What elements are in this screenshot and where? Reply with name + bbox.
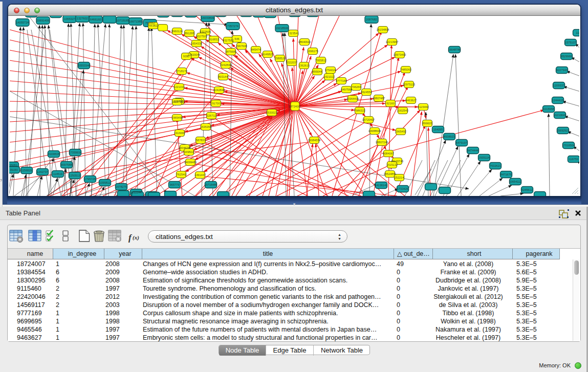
- svg-text:7357274: 7357274: [227, 25, 238, 28]
- svg-text:8938923: 8938923: [444, 135, 455, 138]
- svg-text:62160: 62160: [386, 102, 395, 105]
- svg-text:891295: 891295: [185, 32, 194, 35]
- svg-text:9777169: 9777169: [336, 79, 347, 82]
- svg-text:1232344: 1232344: [130, 191, 142, 194]
- svg-text:1065327: 1065327: [64, 17, 75, 20]
- svg-text:15716485: 15716485: [205, 183, 217, 186]
- svg-text:7955812: 7955812: [315, 59, 326, 62]
- svg-text:116753: 116753: [569, 158, 578, 161]
- svg-text:1362615: 1362615: [298, 64, 310, 67]
- svg-text:10688609: 10688609: [368, 129, 381, 133]
- svg-text:9242848: 9242848: [213, 89, 225, 92]
- svg-text:14055724: 14055724: [16, 21, 29, 24]
- svg-text:965779: 965779: [170, 183, 180, 186]
- svg-text:1654338: 1654338: [191, 42, 202, 45]
- svg-text:1965498: 1965498: [171, 116, 183, 119]
- svg-text:9390: 9390: [183, 55, 189, 58]
- svg-text:803144: 803144: [219, 75, 228, 78]
- svg-text:20553346: 20553346: [78, 64, 91, 67]
- svg-text:20691406: 20691406: [37, 19, 50, 22]
- svg-text:9115460: 9115460: [418, 105, 428, 108]
- svg-text:7663822: 7663822: [147, 24, 159, 27]
- svg-text:2935114: 2935114: [478, 156, 489, 159]
- svg-text:762540: 762540: [177, 173, 186, 176]
- svg-text:1323541: 1323541: [288, 32, 299, 35]
- svg-text:10719185: 10719185: [117, 19, 129, 22]
- svg-text:1112: 1112: [576, 31, 579, 34]
- svg-text:1916682: 1916682: [174, 132, 185, 135]
- svg-text:9146821: 9146821: [262, 53, 273, 56]
- svg-text:587833: 587833: [196, 139, 206, 142]
- svg-text:14099489: 14099489: [184, 161, 197, 164]
- svg-text:19384554: 19384554: [308, 139, 321, 142]
- svg-text:16671385: 16671385: [129, 20, 142, 23]
- svg-text:10807487: 10807487: [373, 97, 385, 100]
- svg-text:1733426: 1733426: [397, 187, 408, 190]
- svg-text:20364436: 20364436: [346, 97, 359, 100]
- svg-text:1696175: 1696175: [307, 50, 318, 53]
- svg-text:3624554: 3624554: [361, 91, 372, 94]
- svg-text:20206535: 20206535: [48, 152, 60, 156]
- svg-text:335051: 335051: [9, 164, 17, 167]
- svg-text:1615132: 1615132: [386, 163, 398, 166]
- svg-text:14136141: 14136141: [375, 184, 388, 187]
- svg-text:1795725: 1795725: [84, 178, 96, 181]
- svg-text:19218506: 19218506: [276, 27, 289, 30]
- svg-text:18640910: 18640910: [298, 40, 311, 43]
- svg-text:1575107: 1575107: [565, 41, 576, 44]
- svg-text:9474444: 9474444: [467, 149, 478, 152]
- svg-text:1010755: 1010755: [171, 100, 183, 103]
- svg-text:6497568: 6497568: [341, 88, 352, 91]
- svg-text:10046788: 10046788: [179, 146, 191, 149]
- svg-text:10654112: 10654112: [509, 180, 521, 183]
- svg-text:1588520: 1588520: [274, 57, 286, 60]
- svg-text:17359934: 17359934: [69, 151, 82, 154]
- svg-text:16210643: 16210643: [554, 114, 567, 117]
- svg-text:252214: 252214: [395, 176, 404, 179]
- svg-text:746266: 746266: [352, 85, 361, 89]
- svg-text:1535359: 1535359: [200, 125, 211, 128]
- svg-text:7485063: 7485063: [400, 68, 411, 71]
- svg-text:18724007: 18724007: [289, 105, 301, 108]
- svg-text:9327503: 9327503: [196, 35, 207, 38]
- svg-text:1156829: 1156829: [21, 169, 32, 172]
- svg-text:1965492: 1965492: [395, 130, 406, 133]
- svg-text:8471676: 8471676: [500, 173, 512, 176]
- svg-text:2530021: 2530021: [266, 111, 277, 114]
- svg-text:17016504: 17016504: [562, 144, 575, 147]
- svg-text:9463627: 9463627: [405, 99, 417, 102]
- svg-text:845474: 845474: [251, 48, 261, 51]
- svg-text:1209337: 1209337: [553, 84, 564, 87]
- svg-text:9529966: 9529966: [561, 55, 572, 58]
- svg-text:9084067: 9084067: [383, 152, 394, 155]
- svg-text:1250513: 1250513: [69, 174, 80, 177]
- svg-text:816832: 816832: [209, 38, 219, 41]
- svg-text:22420046: 22420046: [188, 53, 201, 56]
- svg-text:1678275: 1678275: [116, 185, 127, 188]
- svg-text:15720407: 15720407: [362, 118, 375, 121]
- svg-text:1002543: 1002543: [397, 109, 408, 112]
- svg-text:326711: 326711: [207, 114, 216, 117]
- svg-text:2718170: 2718170: [176, 70, 187, 73]
- svg-text:164095: 164095: [433, 128, 443, 131]
- svg-text:3215958: 3215958: [543, 107, 554, 111]
- svg-text:(x): (x): [133, 234, 139, 241]
- svg-text:12213967: 12213967: [386, 40, 399, 43]
- svg-text:f: f: [128, 233, 133, 243]
- svg-text:16154808: 16154808: [377, 28, 389, 31]
- svg-text:16120746: 16120746: [391, 160, 404, 163]
- svg-text:2242848: 2242848: [220, 63, 231, 67]
- svg-text:15524851: 15524851: [384, 172, 397, 176]
- svg-text:6794024: 6794024: [325, 69, 336, 72]
- svg-text:2967608: 2967608: [236, 45, 247, 48]
- svg-text:9245612: 9245612: [521, 188, 533, 191]
- svg-text:5322605: 5322605: [200, 30, 211, 33]
- svg-text:91700: 91700: [212, 102, 220, 105]
- svg-text:5322037: 5322037: [286, 61, 297, 64]
- svg-text:1221331: 1221331: [173, 85, 185, 89]
- svg-text:899044: 899044: [313, 70, 322, 73]
- svg-text:1491447: 1491447: [194, 173, 206, 177]
- svg-text:3875685: 3875685: [225, 50, 236, 53]
- svg-text:1421022: 1421022: [323, 75, 335, 78]
- svg-text:16033809: 16033809: [202, 16, 214, 19]
